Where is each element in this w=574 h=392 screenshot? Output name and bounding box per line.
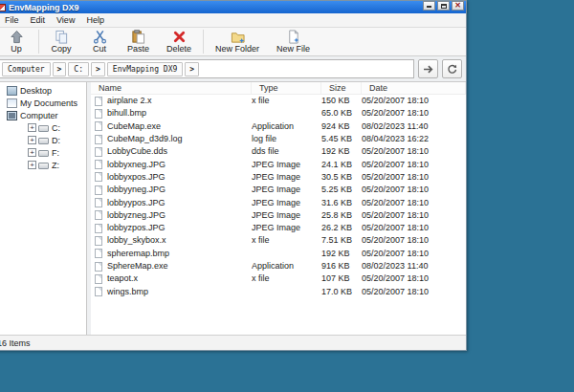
maximize-icon xyxy=(441,4,447,9)
column-header-date[interactable]: Date xyxy=(362,82,466,94)
menu-item-view[interactable]: View xyxy=(51,14,80,26)
file-row[interactable]: airplane 2.xx file150 KB05/20/2007 18:10 xyxy=(91,95,466,107)
column-header-name[interactable]: Name xyxy=(91,82,252,94)
delete-icon xyxy=(172,30,187,44)
column-header-type[interactable]: Type xyxy=(252,82,321,94)
file-date: 05/20/2007 18:10 xyxy=(362,159,466,171)
file-row[interactable]: bihull.bmp65.0 KB05/20/2007 18:10 xyxy=(91,107,466,120)
file-row[interactable]: lobbyzpos.JPGJPEG Image26.2 KB05/20/2007… xyxy=(91,222,466,234)
file-size: 192 KB xyxy=(321,248,362,260)
file-type: log file xyxy=(252,133,321,145)
toolbar-button-label: Up xyxy=(11,44,22,54)
toolbar-button-up[interactable]: Up xyxy=(0,29,35,54)
breadcrumb-segment-computer[interactable]: Computer xyxy=(2,62,51,76)
file-icon xyxy=(95,109,102,119)
toolbar-button-delete[interactable]: Delete xyxy=(158,29,200,54)
refresh-button[interactable] xyxy=(442,59,462,78)
tree-item-z[interactable]: +Z: xyxy=(0,159,86,171)
file-name-cell: SphereMap.exe xyxy=(91,260,252,272)
tree-item-label: Desktop xyxy=(20,86,52,96)
file-row[interactable]: LobbyCube.ddsdds file192 KB05/20/2007 18… xyxy=(91,145,466,158)
toolbar-button-label: New Folder xyxy=(215,44,259,54)
toolbar-button-copy[interactable]: Copy xyxy=(42,29,80,54)
tree-expander-icon[interactable]: + xyxy=(28,148,36,157)
file-date: 05/20/2007 18:10 xyxy=(362,286,466,298)
tree-item-my-documents[interactable]: My Documents xyxy=(0,97,86,109)
file-size: 17.0 KB xyxy=(321,286,362,298)
go-arrow-icon xyxy=(422,63,434,76)
file-icon xyxy=(95,262,102,272)
tree-item-label: D: xyxy=(52,136,60,145)
tree-item-d[interactable]: +D: xyxy=(0,134,86,146)
file-row[interactable]: spheremap.bmp192 KB05/20/2007 18:10 xyxy=(91,248,466,260)
toolbar-button-paste[interactable]: Paste xyxy=(119,29,158,54)
file-icon xyxy=(95,236,102,246)
breadcrumb[interactable]: Computer>C:>EnvMapping DX9> xyxy=(0,59,414,78)
file-name-cell: lobbyxneg.JPG xyxy=(91,159,252,171)
tree-item-c[interactable]: +C: xyxy=(0,121,86,134)
file-row[interactable]: lobby_skybox.xx file7.51 KB05/20/2007 18… xyxy=(91,234,466,247)
breadcrumb-chevron[interactable]: > xyxy=(53,62,67,76)
minimize-button[interactable] xyxy=(423,1,435,11)
breadcrumb-chevron[interactable]: > xyxy=(185,62,199,76)
desktop-icon xyxy=(7,86,17,96)
file-icon xyxy=(95,274,102,284)
file-name-cell: lobbyyneg.JPG xyxy=(91,184,252,196)
file-list-panel: NameTypeSizeDate airplane 2.xx file150 K… xyxy=(91,82,466,335)
file-row[interactable]: lobbyxpos.JPGJPEG Image30.5 KB05/20/2007… xyxy=(91,171,466,184)
file-icon xyxy=(95,224,102,233)
toolbar-button-new-file[interactable]: New File xyxy=(268,29,319,54)
menu-item-help[interactable]: Help xyxy=(80,14,110,26)
file-row[interactable]: lobbyzneg.JPGJPEG Image25.8 KB05/20/2007… xyxy=(91,209,466,222)
file-name: lobbyxpos.JPG xyxy=(107,171,166,184)
column-header-size[interactable]: Size xyxy=(321,82,362,94)
file-row[interactable]: lobbyyneg.JPGJPEG Image5.25 KB05/20/2007… xyxy=(91,184,466,196)
tree-item-label: F: xyxy=(52,148,59,158)
close-button[interactable]: ✕ xyxy=(452,1,464,11)
file-name: lobbyypos.JPG xyxy=(107,197,166,209)
tree-expander-icon[interactable]: + xyxy=(28,136,36,144)
file-icon xyxy=(95,147,102,157)
file-name: spheremap.bmp xyxy=(107,248,169,260)
file-row[interactable]: lobbyypos.JPGJPEG Image31.6 KB05/20/2007… xyxy=(91,196,466,208)
drive-icon xyxy=(38,138,49,144)
file-size: 150 KB xyxy=(321,95,362,107)
breadcrumb-segment-c[interactable]: C: xyxy=(68,62,89,76)
file-row[interactable]: CubeMap.exeApplication924 KB08/02/2023 1… xyxy=(91,120,466,133)
toolbar-button-cut[interactable]: Cut xyxy=(80,29,119,54)
tree-item-f[interactable]: +F: xyxy=(0,146,86,159)
breadcrumb-chevron[interactable]: > xyxy=(91,62,105,76)
go-button[interactable] xyxy=(418,59,438,78)
file-name: lobbyzneg.JPG xyxy=(107,209,166,222)
window-controls: ✕ xyxy=(423,1,464,11)
file-row[interactable]: teapot.xx file107 KB05/20/2007 18:10 xyxy=(91,272,466,285)
maximize-button[interactable] xyxy=(437,1,450,11)
file-row[interactable]: lobbyxneg.JPGJPEG Image24.1 KB05/20/2007… xyxy=(91,158,466,170)
drive-icon xyxy=(38,163,49,169)
tree-expander-icon[interactable]: + xyxy=(28,123,36,132)
file-size: 916 KB xyxy=(321,260,362,272)
file-row[interactable]: CubeMap_d3d9.loglog file5.45 KB08/04/202… xyxy=(91,133,466,145)
toolbar-button-label: Paste xyxy=(127,44,149,54)
file-name-cell: CubeMap.exe xyxy=(91,120,252,133)
menu-item-file[interactable]: File xyxy=(0,14,25,26)
file-row[interactable]: SphereMap.exeApplication916 KB08/02/2023… xyxy=(91,260,466,272)
menu-bar: FileEditViewHelp xyxy=(0,13,466,28)
file-date: 05/20/2007 18:10 xyxy=(362,222,466,234)
breadcrumb-segment-envmapping-dx9[interactable]: EnvMapping DX9 xyxy=(107,62,183,76)
tree-expander-icon[interactable]: + xyxy=(28,161,36,169)
paste-icon xyxy=(131,30,145,44)
toolbar-button-new-folder[interactable]: New Folder xyxy=(207,29,268,54)
file-size: 24.1 KB xyxy=(321,159,362,171)
file-date: 05/20/2007 18:10 xyxy=(362,184,466,196)
tree-item-computer[interactable]: Computer xyxy=(0,109,86,121)
status-bar: 16 Items xyxy=(0,335,466,350)
new-folder-icon xyxy=(231,30,245,44)
file-size: 924 KB xyxy=(321,120,362,133)
menu-item-edit[interactable]: Edit xyxy=(25,14,52,26)
file-icon xyxy=(95,97,102,106)
tree-item-desktop[interactable]: Desktop xyxy=(0,84,86,97)
file-date: 05/20/2007 18:10 xyxy=(362,107,466,120)
title-bar[interactable]: EnvMapping DX9 ✕ xyxy=(0,1,466,13)
file-row[interactable]: wings.bmp17.0 KB05/20/2007 18:10 xyxy=(91,285,466,297)
